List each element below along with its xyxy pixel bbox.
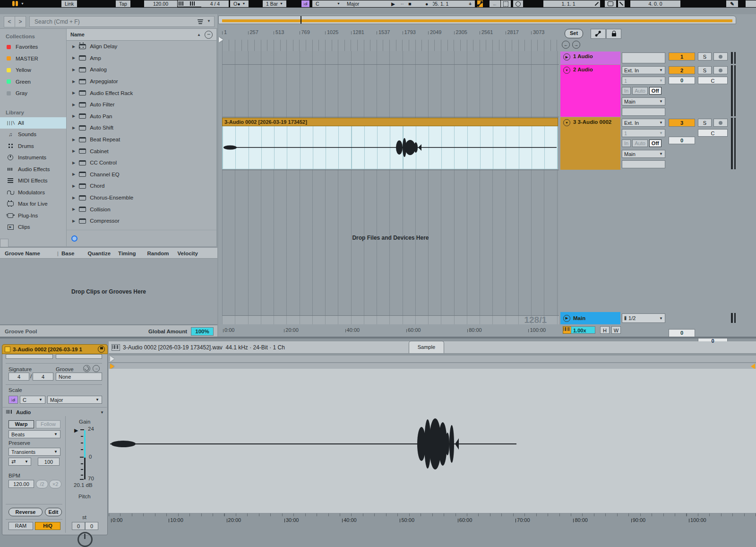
col-timing[interactable]: Timing xyxy=(118,251,136,256)
col-random[interactable]: Random xyxy=(147,251,169,256)
browser-device-row[interactable]: ▶ Audio Effect Rack xyxy=(67,87,216,99)
commit-groove-icon[interactable]: → xyxy=(93,365,100,372)
track3-solo-button[interactable]: S xyxy=(698,119,712,127)
arrangement-clip[interactable]: 3-Audio 0002 [2026-03-19 173452] xyxy=(222,118,558,169)
play-button[interactable]: ▶ xyxy=(387,0,400,7)
expander-icon[interactable]: ▶ xyxy=(72,149,75,153)
loop-mode-select[interactable]: ⇄▼ xyxy=(9,458,31,466)
record-button[interactable]: ● xyxy=(421,0,433,7)
link-button[interactable]: Link xyxy=(61,0,77,7)
track2-pan-slider[interactable]: C xyxy=(698,77,728,84)
track3-number-button[interactable]: 3 xyxy=(669,119,695,127)
automation-arm-button[interactable] xyxy=(477,0,483,7)
track3-arm-button[interactable] xyxy=(713,119,728,127)
track3-volume-slider[interactable]: 0 xyxy=(669,137,695,144)
track3-channel-menu[interactable]: 1▼ xyxy=(622,129,665,137)
expander-icon[interactable]: ▶ xyxy=(72,196,75,200)
sidebar-item-master[interactable]: MASTER xyxy=(0,53,66,65)
global-amount-field[interactable]: 100% xyxy=(191,327,214,336)
save-icon[interactable] xyxy=(98,346,105,353)
stop-button[interactable]: ■ xyxy=(404,0,416,7)
playback-speed-field[interactable]: 1.00x xyxy=(571,326,595,334)
signature-numerator-field[interactable]: 4 xyxy=(9,373,29,381)
browser-device-row[interactable]: ▶ Compressor xyxy=(67,215,216,227)
ram-button[interactable]: RAM xyxy=(9,522,33,530)
clip-active-checkbox[interactable] xyxy=(5,347,10,352)
browser-back-button[interactable]: < xyxy=(4,16,15,27)
monitor-auto-button[interactable]: Auto xyxy=(632,139,648,147)
arrangement-time-ruler[interactable]: 0:0020:0040:0060:0080:00100:00 xyxy=(218,324,559,337)
loop-start-field[interactable]: 1. 1. 1 xyxy=(543,0,593,7)
expander-icon[interactable]: ▶ xyxy=(72,207,75,211)
track-fold-icon[interactable]: ▶ xyxy=(563,315,570,322)
track-unfold-icon[interactable]: ▼ xyxy=(563,67,570,74)
sample-waveform-area[interactable] xyxy=(109,369,756,513)
loop-switch-button[interactable] xyxy=(605,0,616,7)
sidebar-item-green[interactable]: Green xyxy=(0,76,66,88)
track3-output-menu[interactable]: Main▼ xyxy=(622,150,665,158)
track2-volume-slider[interactable]: 0 xyxy=(669,77,695,84)
follow-button[interactable]: Follow xyxy=(36,420,60,428)
monitor-off-button[interactable]: Off xyxy=(649,139,662,147)
col-groove-name[interactable]: Groove Name xyxy=(5,251,40,256)
track1-number-button[interactable]: 1 xyxy=(669,52,695,61)
scale-name-select[interactable]: Major▼ xyxy=(47,396,102,404)
track2-arm-button[interactable] xyxy=(713,66,728,74)
monitor-auto-button[interactable]: Auto xyxy=(632,87,648,95)
preview-icon[interactable] xyxy=(71,235,77,242)
main-grid-menu[interactable]: ⅱ 1/2 ▼ xyxy=(622,313,665,323)
browser-device-row[interactable]: ▶ Cabinet xyxy=(67,145,216,157)
gain-scale[interactable] xyxy=(84,458,86,479)
warp-mode-select[interactable]: Beats▼ xyxy=(9,430,60,438)
start-marker-icon[interactable] xyxy=(110,356,114,362)
sample-time-ruler[interactable]: 0:0010:0020:0030:0040:0050:0060:0070:008… xyxy=(109,513,756,526)
set-button[interactable]: Set xyxy=(565,29,583,38)
track3-input-menu[interactable]: Ext. In▼ xyxy=(622,119,665,127)
track-header-main[interactable]: ▶ Main xyxy=(560,312,620,324)
sidebar-item-drums[interactable]: Drums xyxy=(0,140,66,152)
track3-pan-slider[interactable]: C xyxy=(698,129,728,137)
track1-solo-button[interactable]: S xyxy=(698,52,712,61)
bpm-field[interactable]: 120.00 xyxy=(9,480,34,488)
warp-button[interactable]: Warp xyxy=(9,420,34,428)
time-signature-field[interactable]: 4 / 4 xyxy=(201,0,229,7)
browser-forward-button[interactable]: > xyxy=(15,16,26,27)
sidebar-item-favorites[interactable]: Favorites xyxy=(0,41,66,53)
draw-mode-button[interactable]: ✎ xyxy=(726,0,738,7)
expander-icon[interactable]: ▶ xyxy=(72,103,75,107)
track2-channel-menu[interactable]: 1▼ xyxy=(622,77,665,85)
scale-mode-button[interactable]: ♭♯ xyxy=(301,0,309,7)
track-header-2-audio[interactable]: ▼ 2 Audio xyxy=(560,65,620,117)
main-volume-slider[interactable]: 0 xyxy=(669,329,695,337)
quantization-menu[interactable]: 1 Bar▼ xyxy=(263,0,286,7)
track2-number-button[interactable]: 2 xyxy=(669,66,695,74)
preserve-select[interactable]: Transients▼ xyxy=(9,448,60,456)
hiq-button[interactable]: HiQ xyxy=(35,522,60,530)
edit-button[interactable]: Edit xyxy=(45,508,62,516)
monitor-in-button[interactable]: In xyxy=(622,87,631,95)
live-logo-icon[interactable]: ▼ xyxy=(12,1,24,6)
scale-root-select[interactable]: C▼ xyxy=(20,396,45,404)
next-marker-button[interactable]: → xyxy=(572,41,580,49)
browser-device-row[interactable]: ▶ Auto Pan xyxy=(67,111,216,122)
pitch-cents-field[interactable]: 0 xyxy=(85,522,98,530)
browser-name-header[interactable]: Name ▲ ··· xyxy=(67,29,216,41)
loop-link-button[interactable] xyxy=(591,29,606,39)
tap-button[interactable]: Tap xyxy=(116,0,130,7)
track-unfold-icon[interactable]: ▼ xyxy=(563,119,570,126)
browser-device-row[interactable]: ▶ Collision xyxy=(67,203,216,215)
expander-icon[interactable]: ▶ xyxy=(72,56,75,60)
browser-device-row[interactable]: ▶ Beat Repeat xyxy=(67,134,216,146)
prev-marker-button[interactable]: ← xyxy=(562,41,570,49)
loop-amount-field[interactable]: 100 xyxy=(38,458,60,466)
arrangement-grid[interactable] xyxy=(222,51,559,315)
scrollbar-corner[interactable] xyxy=(0,239,9,247)
expander-icon[interactable]: ▶ xyxy=(72,161,75,165)
sidebar-item-gray[interactable]: Gray xyxy=(0,87,66,99)
more-options-icon[interactable]: ··· xyxy=(205,31,213,39)
draw-selection-button[interactable] xyxy=(501,0,511,7)
scale-root-menu[interactable]: C▼ xyxy=(312,0,344,7)
sidebar-item-sounds[interactable]: ♫ Sounds xyxy=(0,129,66,140)
track2-output-channel-box[interactable] xyxy=(622,108,665,116)
expander-icon[interactable]: ▶ xyxy=(72,68,75,72)
